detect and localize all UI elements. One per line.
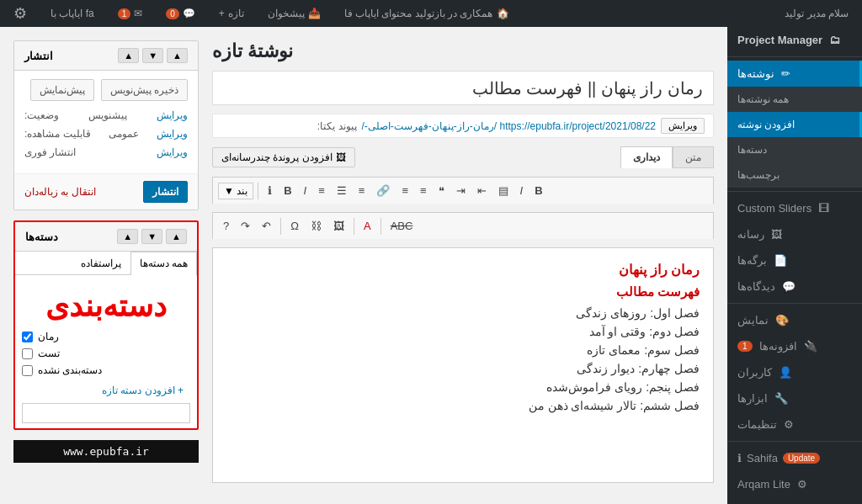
cat-label-test: تست: [38, 347, 60, 359]
sidebar-item-comments[interactable]: 💬 دیدگاه‌ها: [727, 273, 862, 300]
status-edit-link[interactable]: ویرایش: [157, 109, 188, 121]
toolbar-special-char-btn[interactable]: Ω: [285, 216, 304, 236]
content-toc-title: فهرست مطالب: [226, 284, 700, 300]
sidebar-item-media[interactable]: 🖼 رسانه: [727, 221, 862, 247]
sidebar-item-categories[interactable]: دسته‌ها: [727, 137, 862, 162]
tab-text[interactable]: متن: [673, 146, 714, 168]
publish-btn[interactable]: انتشار: [143, 181, 188, 203]
sidebar-item-appearance[interactable]: 🎨 نمایش: [727, 307, 862, 333]
cat-toggle-down-btn[interactable]: ▼: [141, 229, 162, 244]
toolbar-align-center-btn[interactable]: ☰: [332, 181, 352, 200]
toolbar-bold2-btn[interactable]: B: [529, 181, 547, 200]
toolbar-italic-btn[interactable]: I: [299, 181, 312, 200]
toolbar-ul-btn[interactable]: ≡: [396, 181, 413, 200]
publish-title: انتشار: [24, 50, 53, 62]
toolbar-link-btn[interactable]: 🔗: [371, 181, 395, 200]
cat-check-test[interactable]: [22, 348, 33, 359]
big-cat-text: دسته‌بندی: [22, 282, 190, 331]
site-name-item[interactable]: سلام مدیر تولید: [778, 0, 855, 27]
sidebar-item-tags[interactable]: برچسب‌ها: [727, 162, 862, 188]
sidebar-item-settings[interactable]: ⚙ تنظیمات: [727, 411, 862, 438]
toggle-expand-btn[interactable]: ▲: [118, 48, 139, 63]
tools-icon: 🔧: [774, 392, 788, 405]
publish-label: انتشار فوری: [24, 146, 76, 158]
preview-btn[interactable]: پیش‌نمایش: [30, 79, 94, 101]
sidebar-item-tools[interactable]: 🔧 ابزارها: [727, 385, 862, 411]
project-manager-label: Project Manager: [737, 34, 822, 46]
cat-toggle-up-btn[interactable]: ▲: [166, 229, 187, 244]
save-draft-btn[interactable]: ذخیره پیش‌نویس: [101, 79, 188, 101]
editor-area: نوشتهٔ تازه ویرایش https://epubfa.ir/pro…: [212, 40, 714, 491]
cat-tab-all[interactable]: همه دسته‌ها: [130, 252, 197, 275]
toolbar-media2-btn[interactable]: 🖼: [328, 216, 349, 236]
wp-logo-item[interactable]: ⚙: [7, 0, 34, 27]
toolbar-align-left-btn[interactable]: ≡: [313, 181, 330, 200]
content-chapter-2: فصل دوم: وقتی او آمد: [226, 325, 700, 338]
sidebar-item-users[interactable]: 👤 کاربران: [727, 359, 862, 385]
toolbar-outdent-btn[interactable]: ⇤: [472, 181, 492, 200]
trash-link[interactable]: انتقال به زباله‌دان: [24, 186, 96, 198]
cat-list: دسته‌بندی رمان تست دسته‌بندی نشده: [15, 275, 197, 376]
tools-label: ابزارها: [737, 392, 768, 405]
editor-content[interactable]: رمان راز پنهان فهرست مطالب فصل اول: روزه…: [212, 247, 714, 483]
toolbar-ol-btn[interactable]: ≡: [415, 181, 432, 200]
inbox-item[interactable]: 📥 پیشخوان: [261, 0, 327, 27]
toolbar-align-right-btn[interactable]: ≡: [354, 181, 370, 200]
home-label: همکاری در بازتولید محتوای ایاپاب فا: [344, 8, 493, 19]
toggle-up-btn[interactable]: ▲: [167, 48, 188, 63]
visibility-row: ویرایش عمومی قابلیت مشاهده:: [24, 128, 188, 140]
toolbar-indent-btn[interactable]: ⇥: [451, 181, 471, 200]
toolbar-blockquote-btn[interactable]: ❝: [434, 181, 450, 200]
sidebar-item-plugins[interactable]: 🔌 افزونه‌ها 1: [727, 333, 862, 359]
posts-icon: ✏: [781, 67, 790, 80]
toolbar-link2-btn[interactable]: ⛓: [306, 216, 327, 236]
toolbar-info-btn[interactable]: ℹ: [263, 181, 277, 200]
cat-tab-popular[interactable]: پراستفاده: [72, 252, 130, 274]
permalink-url[interactable]: https://epubfa.ir/project/2021/08/22 /رم…: [362, 120, 656, 132]
publish-footer: انتشار انتقال به زباله‌دان: [14, 173, 198, 210]
toolbar-align-justify-btn[interactable]: ▤: [493, 181, 513, 200]
post-title-input[interactable]: [212, 71, 714, 105]
toolbar-strike-btn[interactable]: ABC: [386, 216, 418, 236]
toggle-down-btn[interactable]: ▼: [142, 48, 163, 63]
para-select[interactable]: بند ▼: [218, 183, 253, 199]
cat-check-uncategorized[interactable]: [22, 365, 33, 376]
cat-new-input[interactable]: [22, 403, 190, 423]
sidebar-item-posts[interactable]: ✏ نوشته‌ها: [727, 61, 862, 87]
sidebar-item-pages[interactable]: 📄 برگه‌ها: [727, 247, 862, 273]
edit-permalink-btn[interactable]: ویرایش: [661, 118, 705, 134]
toolbar-italic2-btn[interactable]: I: [515, 181, 529, 200]
settings-label: تنظیمات: [737, 418, 777, 431]
cat-toggle-expand-btn[interactable]: ▲: [117, 229, 138, 244]
cat-label-uncategorized: دسته‌بندی نشده: [38, 364, 102, 376]
cat-check-roman[interactable]: [22, 332, 33, 342]
cat-add-link[interactable]: + افزودن دسته تازه: [22, 381, 190, 400]
users-icon: 👤: [779, 366, 792, 379]
admin-bar-right: 🏠 همکاری در بازتولید محتوای ایاپاب فا 📥 …: [7, 0, 516, 27]
sidebar-item-project-manager[interactable]: 🗂 Project Manager: [727, 27, 862, 53]
content-chapter-3: فصل سوم: معمای تازه: [226, 343, 700, 357]
home-item[interactable]: 🏠 همکاری در بازتولید محتوای ایاپاب فا: [338, 0, 516, 27]
sidebar-item-all-posts[interactable]: همه نوشته‌ها: [727, 87, 862, 112]
sidebar-item-sahifa[interactable]: Update Sahifa ℹ: [727, 445, 862, 471]
publish-edit-link[interactable]: ویرایش: [157, 146, 188, 158]
message-item[interactable]: ✉ 1: [111, 0, 150, 27]
categories-meta-box: ▲ ▼ ▲ دسته‌ها همه دسته‌ها پراستفاده دسته…: [13, 220, 199, 430]
plugin-label: fa ایاپاب با: [51, 8, 94, 19]
add-media-btn[interactable]: 🖼 افزودن پروندهٔ چندرسانه‌ای: [212, 147, 355, 167]
toolbar-undo-btn[interactable]: ↶: [257, 216, 276, 236]
visibility-edit-link[interactable]: ویرایش: [157, 128, 188, 140]
toolbar-redo-btn[interactable]: ↷: [236, 216, 255, 236]
sidebar-item-custom-sliders[interactable]: 🎞 Custom Sliders: [727, 195, 862, 221]
comment-item[interactable]: 💬 0: [159, 0, 202, 27]
sidebar-item-add-new[interactable]: افزودن نوشته: [727, 112, 862, 137]
tab-visual[interactable]: دیداری: [620, 146, 673, 168]
plugins-icon: 🔌: [804, 340, 817, 353]
sidebar-item-arqam[interactable]: ⚙ Arqam Lite: [727, 471, 862, 497]
publish-body: ذخیره پیش‌نویس پیش‌نمایش ویرایش پیشنویس …: [14, 71, 198, 173]
plugin-item[interactable]: fa ایاپاب با: [44, 0, 101, 27]
toolbar-help-btn[interactable]: ?: [218, 216, 234, 236]
toolbar-color-btn[interactable]: A: [359, 216, 376, 236]
new-item[interactable]: تازه +: [212, 0, 251, 27]
toolbar-bold-btn[interactable]: B: [279, 181, 296, 200]
